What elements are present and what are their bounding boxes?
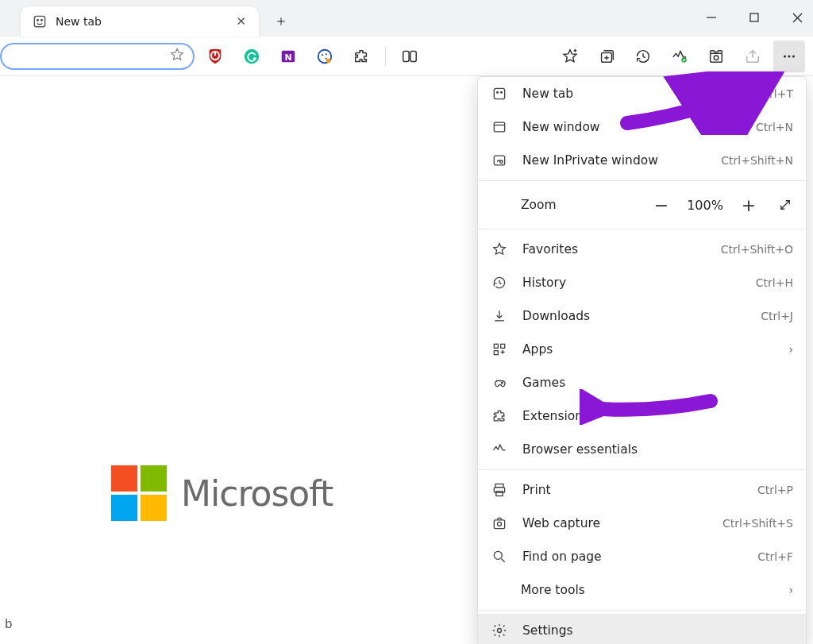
svg-rect-18 <box>410 51 416 61</box>
menu-favorites[interactable]: Favorites Ctrl+Shift+O <box>478 233 806 266</box>
microsoft-logo-icon <box>111 465 167 521</box>
menu-inprivate[interactable]: New InPrivate window Ctrl+Shift+N <box>478 144 806 177</box>
menu-games[interactable]: Games <box>478 366 806 399</box>
menu-new-tab[interactable]: New tab Ctrl+T <box>478 77 806 110</box>
svg-rect-39 <box>494 344 498 348</box>
menu-label: New window <box>522 120 742 134</box>
brand-text: Microsoft <box>181 473 333 514</box>
menu-label: Browser essentials <box>522 442 793 457</box>
favorite-star-icon[interactable] <box>169 47 185 66</box>
menu-accel: Ctrl+F <box>757 550 793 563</box>
svg-point-13 <box>322 54 323 56</box>
svg-rect-41 <box>494 351 498 355</box>
menu-label: Games <box>522 376 793 390</box>
svg-point-16 <box>326 58 331 63</box>
menu-label: History <box>522 276 742 290</box>
share-icon[interactable] <box>737 40 769 72</box>
svg-point-28 <box>784 55 786 57</box>
new-tab-button-icon[interactable]: ＋ <box>268 8 294 33</box>
svg-point-42 <box>502 382 503 384</box>
svg-rect-34 <box>494 122 504 132</box>
titlebar: New tab ✕ ＋ <box>0 0 813 37</box>
star-icon <box>491 241 508 257</box>
camera-icon <box>491 515 508 531</box>
settings-menu: New tab Ctrl+T New window Ctrl+N New InP… <box>477 76 807 644</box>
maximize-button[interactable] <box>743 6 765 29</box>
extensions-toolbar-icon[interactable] <box>345 40 377 72</box>
menu-divider <box>478 180 806 181</box>
menu-label: Print <box>522 483 743 497</box>
menu-accel: Ctrl+T <box>757 87 793 100</box>
cookie-ext-icon[interactable] <box>309 40 341 72</box>
svg-rect-46 <box>494 520 504 529</box>
tab-newtab[interactable]: New tab ✕ <box>21 6 259 37</box>
menu-extensions[interactable]: Extensions <box>478 399 806 433</box>
history-icon[interactable] <box>627 40 659 72</box>
menu-downloads[interactable]: Downloads Ctrl+J <box>478 299 806 333</box>
performance-icon[interactable] <box>664 40 695 72</box>
globe-icon <box>32 13 48 29</box>
window-controls <box>700 6 808 29</box>
svg-point-14 <box>326 53 327 55</box>
zoom-in-button[interactable]: + <box>734 191 763 219</box>
svg-rect-17 <box>403 51 409 61</box>
apps-icon <box>491 341 508 357</box>
svg-rect-45 <box>496 492 503 496</box>
svg-line-49 <box>502 559 505 562</box>
svg-point-2 <box>41 20 43 21</box>
address-bar[interactable] <box>0 43 195 70</box>
svg-point-30 <box>792 55 795 57</box>
menu-print[interactable]: Print Ctrl+P <box>478 473 806 507</box>
gear-icon <box>491 623 508 638</box>
menu-accel: Ctrl+J <box>761 310 793 322</box>
separator <box>385 47 386 66</box>
menu-label: Settings <box>522 623 793 638</box>
minimize-button[interactable] <box>700 6 722 29</box>
menu-settings[interactable]: Settings <box>478 614 806 644</box>
menu-web-capture[interactable]: Web capture Ctrl+Shift+S <box>478 507 806 540</box>
tab-close-icon[interactable]: ✕ <box>231 13 251 30</box>
games-icon <box>491 375 508 391</box>
collections-icon[interactable] <box>591 40 622 72</box>
menu-accel: Ctrl+N <box>756 121 793 133</box>
menu-find[interactable]: Find on page Ctrl+F <box>478 540 806 573</box>
menu-label: Apps <box>522 342 774 357</box>
zoom-value: 100% <box>684 198 726 213</box>
menu-divider <box>478 469 806 470</box>
fullscreen-icon[interactable] <box>771 191 800 219</box>
favorites-icon[interactable] <box>554 40 586 72</box>
close-button[interactable] <box>786 6 808 29</box>
download-icon <box>491 308 508 324</box>
menu-apps[interactable]: Apps › <box>478 333 806 366</box>
svg-rect-0 <box>34 16 44 26</box>
menu-label: Downloads <box>522 309 746 323</box>
new-tab-icon <box>491 86 508 102</box>
svg-rect-4 <box>750 13 758 21</box>
history-icon <box>491 275 508 291</box>
menu-label: Web capture <box>522 516 708 530</box>
svg-point-29 <box>788 55 790 57</box>
svg-point-37 <box>500 160 503 163</box>
svg-point-47 <box>498 522 502 526</box>
menu-more-tools[interactable]: More tools › <box>478 573 806 607</box>
svg-rect-31 <box>494 88 504 98</box>
menu-history[interactable]: History Ctrl+H <box>478 266 806 299</box>
menu-new-window[interactable]: New window Ctrl+N <box>478 110 806 144</box>
menu-browser-essentials[interactable]: Browser essentials <box>478 433 806 466</box>
zoom-out-button[interactable]: − <box>647 191 676 219</box>
ublock-ext-icon[interactable] <box>199 40 231 72</box>
menu-accel: Ctrl+Shift+N <box>721 154 793 167</box>
more-button[interactable] <box>773 40 805 72</box>
chevron-right-icon: › <box>788 584 793 596</box>
svg-point-32 <box>497 92 499 94</box>
menu-label: Extensions <box>522 409 793 423</box>
web-capture-icon[interactable] <box>700 40 732 72</box>
svg-point-50 <box>498 629 502 633</box>
onenote-ext-icon[interactable]: N <box>272 40 304 72</box>
grammarly-ext-icon[interactable] <box>236 40 268 72</box>
svg-point-26 <box>714 56 719 60</box>
zoom-label: Zoom <box>521 198 639 212</box>
split-screen-icon[interactable] <box>394 40 426 72</box>
svg-rect-40 <box>501 344 505 348</box>
window-icon <box>491 119 508 135</box>
